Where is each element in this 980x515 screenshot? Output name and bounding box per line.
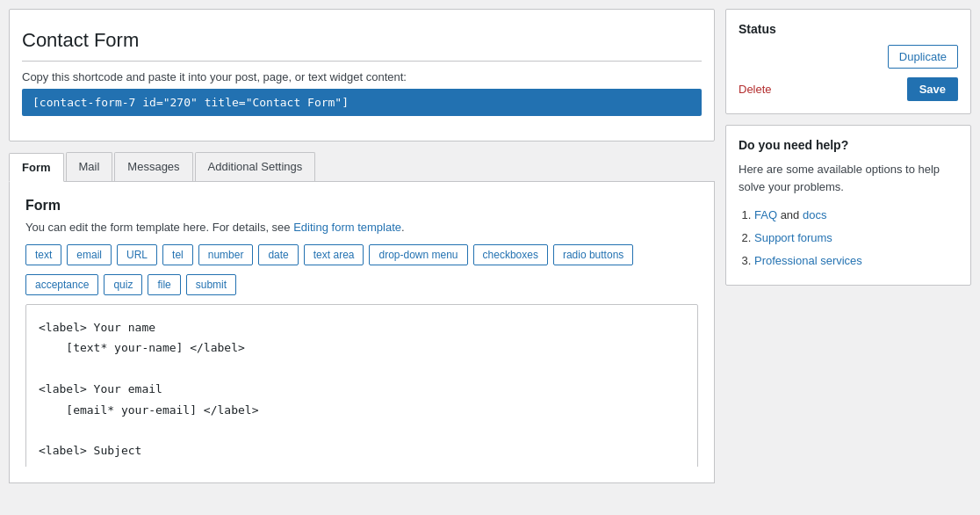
status-top-row: Duplicate bbox=[739, 45, 958, 69]
professional-services-link[interactable]: Professional services bbox=[754, 254, 862, 267]
field-btn-acceptance[interactable]: acceptance bbox=[25, 274, 98, 295]
help-item-professional: Professional services bbox=[754, 250, 958, 272]
form-section-title: Form bbox=[25, 198, 698, 214]
help-card: Do you need help? Here are some availabl… bbox=[725, 125, 971, 286]
field-btn-email[interactable]: email bbox=[67, 244, 112, 265]
tab-form[interactable]: Form bbox=[9, 153, 64, 182]
field-btn-date[interactable]: date bbox=[258, 244, 298, 265]
field-btn-checkboxes[interactable]: checkboxes bbox=[473, 244, 548, 265]
main-content: Contact Form Copy this shortcode and pas… bbox=[9, 9, 715, 483]
field-btn-url[interactable]: URL bbox=[117, 244, 157, 265]
form-section-desc: You can edit the form template here. For… bbox=[25, 221, 698, 234]
docs-link[interactable]: docs bbox=[803, 208, 826, 221]
help-item-separator: and bbox=[781, 208, 803, 221]
tab-messages[interactable]: Messages bbox=[114, 152, 192, 181]
field-btn-tel[interactable]: tel bbox=[162, 244, 193, 265]
field-btn-quiz[interactable]: quiz bbox=[104, 274, 142, 295]
shortcode-value[interactable]: [contact-form-7 id="270" title="Contact … bbox=[22, 89, 702, 116]
tab-mail[interactable]: Mail bbox=[66, 152, 113, 181]
help-item-faq: FAQ and docs bbox=[754, 204, 958, 227]
status-title: Status bbox=[739, 22, 958, 36]
help-title: Do you need help? bbox=[739, 138, 958, 152]
status-actions-row: Delete Save bbox=[739, 77, 958, 101]
save-button[interactable]: Save bbox=[907, 77, 958, 101]
field-btn-radio[interactable]: radio buttons bbox=[553, 244, 633, 265]
editing-form-template-link[interactable]: Editing form template bbox=[293, 221, 401, 234]
form-editor[interactable]: <label> Your name [text* your-name] </la… bbox=[25, 304, 698, 467]
field-buttons-row: text email URL tel number date text area… bbox=[25, 244, 698, 265]
shortcode-description: Copy this shortcode and paste it into yo… bbox=[22, 70, 702, 83]
sidebar: Status Duplicate Delete Save Do you need… bbox=[725, 9, 971, 483]
field-btn-textarea[interactable]: text area bbox=[304, 244, 364, 265]
field-btn-text[interactable]: text bbox=[25, 244, 61, 265]
status-card: Status Duplicate Delete Save bbox=[725, 9, 971, 114]
support-forums-link[interactable]: Support forums bbox=[754, 231, 832, 244]
title-card: Contact Form Copy this shortcode and pas… bbox=[9, 9, 715, 141]
tab-additional-settings[interactable]: Additional Settings bbox=[195, 152, 316, 181]
field-buttons-row2: acceptance quiz file submit bbox=[25, 274, 698, 295]
help-item-support: Support forums bbox=[754, 227, 958, 250]
field-btn-number[interactable]: number bbox=[198, 244, 254, 265]
field-btn-submit[interactable]: submit bbox=[186, 274, 236, 295]
field-btn-file[interactable]: file bbox=[148, 274, 180, 295]
field-btn-dropdown[interactable]: drop-down menu bbox=[369, 244, 467, 265]
delete-button[interactable]: Delete bbox=[739, 83, 772, 96]
help-description: Here are some available options to help … bbox=[739, 161, 958, 195]
tab-content-form: Form You can edit the form template here… bbox=[9, 182, 715, 483]
tab-bar: Form Mail Messages Additional Settings bbox=[9, 152, 715, 182]
page-title: Contact Form bbox=[22, 22, 702, 62]
help-list: FAQ and docs Support forums Professional… bbox=[739, 204, 958, 272]
duplicate-button[interactable]: Duplicate bbox=[888, 45, 958, 69]
faq-link[interactable]: FAQ bbox=[754, 208, 777, 221]
